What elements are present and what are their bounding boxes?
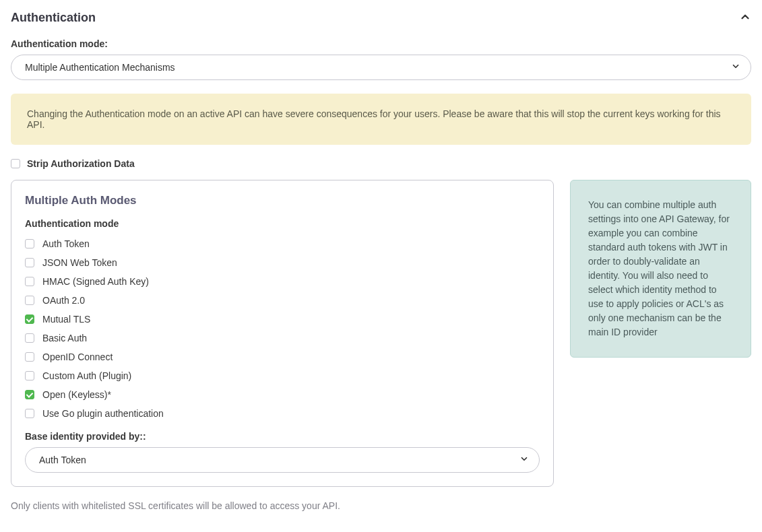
auth-mode-select[interactable]: Multiple Authentication Mechanisms xyxy=(11,55,751,80)
auth-item-mutual-tls: Mutual TLS xyxy=(25,314,540,325)
auth-token-checkbox[interactable] xyxy=(25,239,34,248)
open-keyless-checkbox[interactable] xyxy=(25,390,34,399)
auth-item-custom-auth: Custom Auth (Plugin) xyxy=(25,370,540,381)
custom-auth-label: Custom Auth (Plugin) xyxy=(42,370,131,381)
basic-auth-checkbox[interactable] xyxy=(25,333,34,343)
jwt-label: JSON Web Token xyxy=(42,257,117,268)
auth-item-go-plugin: Use Go plugin authentication xyxy=(25,408,540,419)
base-identity-select-wrapper: Auth Token xyxy=(25,447,540,473)
auth-item-openid: OpenID Connect xyxy=(25,352,540,362)
strip-auth-label: Strip Authorization Data xyxy=(27,158,135,169)
auth-item-basic-auth: Basic Auth xyxy=(25,333,540,343)
basic-auth-label: Basic Auth xyxy=(42,333,87,343)
openid-checkbox[interactable] xyxy=(25,352,34,362)
jwt-checkbox[interactable] xyxy=(25,258,34,267)
auth-item-auth-token: Auth Token xyxy=(25,238,540,249)
auth-mode-list: Auth Token JSON Web Token HMAC (Signed A… xyxy=(25,238,540,419)
hmac-checkbox[interactable] xyxy=(25,277,34,286)
hmac-label: HMAC (Signed Auth Key) xyxy=(42,276,149,287)
custom-auth-checkbox[interactable] xyxy=(25,371,34,380)
panel-title: Multiple Auth Modes xyxy=(25,194,540,207)
auth-item-oauth: OAuth 2.0 xyxy=(25,295,540,306)
strip-auth-row: Strip Authorization Data xyxy=(11,158,751,169)
mutual-tls-label: Mutual TLS xyxy=(42,314,90,325)
oauth-checkbox[interactable] xyxy=(25,296,34,305)
section-title: Authentication xyxy=(11,11,96,25)
auth-item-hmac: HMAC (Signed Auth Key) xyxy=(25,276,540,287)
oauth-label: OAuth 2.0 xyxy=(42,295,85,306)
auth-mode-label: Authentication mode: xyxy=(11,38,751,49)
auth-token-label: Auth Token xyxy=(42,238,90,249)
content-row: Multiple Auth Modes Authentication mode … xyxy=(11,180,751,487)
panel-sublabel: Authentication mode xyxy=(25,218,540,229)
go-plugin-checkbox[interactable] xyxy=(25,409,34,418)
warning-banner: Changing the Authentication mode on an a… xyxy=(11,94,751,145)
base-identity-select[interactable]: Auth Token xyxy=(25,447,540,473)
strip-auth-checkbox[interactable] xyxy=(11,159,20,168)
collapse-icon[interactable] xyxy=(739,11,751,25)
info-box: You can combine multiple auth settings i… xyxy=(570,180,751,358)
mutual-tls-checkbox[interactable] xyxy=(25,314,34,324)
open-keyless-label: Open (Keyless)* xyxy=(42,389,111,400)
auth-item-jwt: JSON Web Token xyxy=(25,257,540,268)
auth-mode-select-wrapper: Multiple Authentication Mechanisms xyxy=(11,55,751,80)
footer-note: Only clients with whitelisted SSL certif… xyxy=(11,500,751,511)
section-header: Authentication xyxy=(11,11,751,25)
auth-item-open-keyless: Open (Keyless)* xyxy=(25,389,540,400)
openid-label: OpenID Connect xyxy=(42,352,113,362)
go-plugin-label: Use Go plugin authentication xyxy=(42,408,164,419)
base-identity-group: Base identity provided by:: Auth Token xyxy=(25,431,540,473)
multiple-auth-panel: Multiple Auth Modes Authentication mode … xyxy=(11,180,554,487)
base-identity-label: Base identity provided by:: xyxy=(25,431,540,442)
